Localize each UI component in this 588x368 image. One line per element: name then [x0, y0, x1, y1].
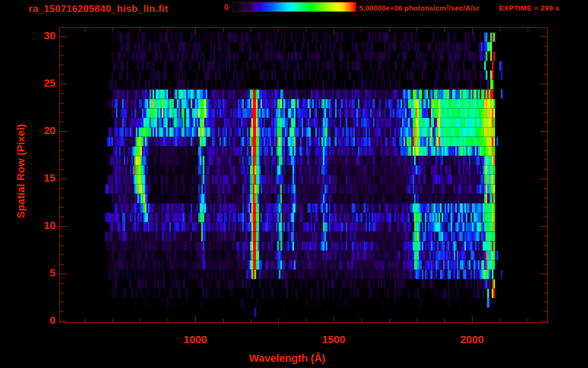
axis-tick — [543, 122, 547, 122]
axis-tick — [543, 245, 547, 246]
axis-tick — [60, 198, 64, 198]
axis-tick — [85, 28, 85, 32]
axis-tick — [362, 319, 362, 322]
colorbar-max-value: 5.00000e+06 — [359, 4, 402, 12]
axis-tick — [60, 236, 64, 236]
colorbar-gradient — [233, 2, 356, 12]
axis-tick — [60, 207, 64, 207]
spectrogram-viewer: ra_150716205840_hisb_lin.fit 0 5.00000e+… — [0, 0, 588, 368]
x-tick-label: 2000 — [461, 334, 484, 346]
axis-tick — [60, 302, 64, 302]
axis-tick — [85, 319, 85, 322]
y-tick-label: 20 — [0, 125, 56, 137]
axis-tick — [60, 311, 64, 312]
axis-tick — [543, 207, 547, 207]
y-tick-label: 5 — [0, 267, 56, 279]
colorbar-max-label: 5.00000e+06 photons/cm2/sec/A/sr — [359, 4, 480, 12]
axis-tick — [60, 169, 64, 170]
axis-tick — [168, 28, 168, 32]
axis-tick — [334, 28, 334, 35]
colorbar-min-label: 0 — [212, 3, 228, 12]
y-tick-label: 15 — [0, 172, 56, 184]
axis-tick — [60, 217, 64, 217]
axis-tick — [113, 319, 113, 322]
axis-tick — [168, 319, 168, 322]
axis-tick — [362, 28, 362, 32]
axis-tick — [500, 319, 500, 322]
axis-tick — [60, 245, 64, 246]
axis-tick — [540, 321, 547, 322]
axis-tick — [195, 28, 196, 35]
axis-tick — [528, 319, 528, 322]
axis-tick — [278, 28, 279, 32]
axis-tick — [195, 315, 196, 322]
axis-tick — [60, 293, 64, 293]
axis-tick — [60, 254, 64, 255]
axis-tick — [543, 141, 547, 141]
axis-tick — [543, 311, 547, 312]
axis-tick — [540, 226, 547, 227]
axis-tick — [389, 28, 390, 32]
axis-tick — [543, 103, 547, 104]
axis-tick — [543, 46, 547, 46]
axis-tick — [444, 319, 445, 322]
axis-tick — [472, 28, 473, 35]
axis-tick — [60, 46, 64, 46]
axis-tick — [113, 28, 113, 32]
axis-tick — [60, 131, 67, 132]
y-tick-label: 25 — [0, 77, 56, 90]
colorbar-units-post: /sec/A/sr — [449, 4, 479, 12]
axis-tick — [60, 160, 64, 160]
x-axis-title: Wavelength (Å) — [249, 352, 325, 365]
axis-tick — [60, 56, 64, 56]
axis-tick — [543, 293, 547, 293]
axis-tick — [60, 84, 67, 84]
y-tick-label: 10 — [0, 219, 56, 232]
axis-tick — [334, 315, 334, 322]
axis-tick — [543, 65, 547, 65]
axis-tick — [543, 93, 547, 94]
axis-tick — [60, 188, 64, 189]
axis-tick — [223, 319, 224, 322]
axis-tick — [543, 283, 547, 284]
axis-tick — [540, 179, 547, 179]
axis-tick — [60, 122, 64, 122]
axis-tick — [140, 28, 140, 32]
axis-tick — [543, 74, 547, 75]
axis-tick — [543, 302, 547, 302]
axis-tick — [472, 315, 473, 322]
axis-tick — [389, 319, 390, 322]
axis-tick — [417, 28, 417, 32]
axis-tick — [543, 160, 547, 160]
axis-tick — [60, 93, 64, 94]
axis-tick — [540, 131, 547, 132]
axis-tick — [60, 103, 64, 104]
axis-tick — [540, 274, 547, 274]
axis-tick — [543, 264, 547, 264]
file-title: ra_150716205840_hisb_lin.fit — [29, 3, 168, 14]
axis-tick — [543, 150, 547, 151]
axis-tick — [543, 188, 547, 189]
axis-tick — [444, 28, 445, 32]
axis-tick — [528, 28, 528, 32]
axis-tick — [60, 74, 64, 75]
axis-tick — [60, 283, 64, 284]
axis-tick — [60, 141, 64, 141]
axis-tick — [306, 28, 306, 32]
axis-tick — [540, 84, 547, 84]
axis-tick — [417, 319, 417, 322]
heatmap-canvas — [60, 28, 547, 322]
axis-tick — [543, 169, 547, 170]
axis-tick — [543, 112, 547, 113]
axis-tick — [306, 319, 306, 322]
x-tick-label: 1000 — [184, 334, 207, 346]
axis-tick — [60, 36, 67, 37]
axis-tick — [60, 264, 64, 264]
x-tick-label: 1500 — [322, 334, 346, 346]
axis-tick — [543, 217, 547, 217]
axis-tick — [278, 319, 279, 322]
axis-tick — [500, 28, 500, 32]
axis-tick — [251, 28, 251, 32]
axis-tick — [543, 254, 547, 255]
axis-tick — [60, 179, 67, 179]
